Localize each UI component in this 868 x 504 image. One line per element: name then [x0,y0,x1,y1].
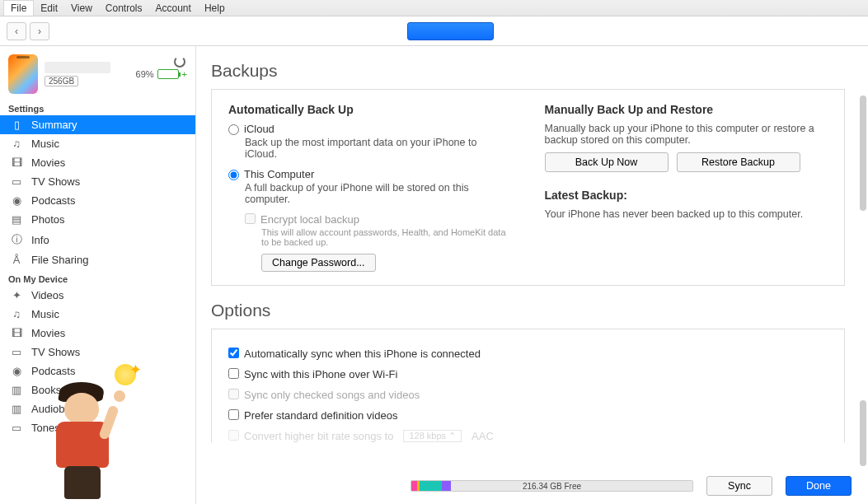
options-panel: Automatically sync when this iPhone is c… [211,329,845,442]
wifi-sync-checkbox[interactable] [228,368,239,379]
sidebar-item-label: TV Shows [31,175,80,188]
sd-video-label: Prefer standard definition videos [244,409,397,422]
sidebar-item-label: Movies [31,156,65,169]
sidebar-item-label: Music [31,308,59,320]
menu-edit[interactable]: Edit [34,1,64,16]
film-icon: 🎞 [10,327,23,339]
sidebar-item-music[interactable]: ♫Music [0,134,195,153]
music-icon: ♫ [10,138,23,150]
restore-backup-button[interactable]: Restore Backup [677,152,800,172]
device-header: 256GB 69% + [0,46,195,99]
photo-icon: ▤ [10,213,23,226]
book-icon: ▥ [10,384,23,396]
icloud-label: iCloud [244,123,274,135]
sidebar-item-info[interactable]: ⓘInfo [0,229,195,250]
audiobook-icon: ▥ [10,403,23,415]
menu-account[interactable]: Account [149,1,198,16]
backups-heading: Backups [211,61,845,81]
icloud-description: Back up the most important data on your … [245,137,512,160]
info-icon: ⓘ [10,232,23,247]
sidebar-item-filesharing[interactable]: ÅFile Sharing [0,250,195,269]
this-computer-label: This Computer [244,168,314,180]
options-heading: Options [211,301,845,320]
nav-forward-button[interactable]: › [30,22,49,40]
settings-section-header: Settings [0,99,195,115]
film-icon: 🎞 [10,156,23,169]
sidebar-item-photos[interactable]: ▤Photos [0,210,195,229]
auto-backup-heading: Automatically Back Up [228,103,512,116]
this-computer-description: A full backup of your iPhone will be sto… [245,182,512,205]
convert-bitrate-checkbox[interactable] [228,430,239,441]
sidebar-item-summary[interactable]: ▯Summary [0,115,195,134]
checked-only-checkbox[interactable] [228,389,239,399]
phone-icon: ▯ [10,119,23,131]
on-device-section-header: On My Device [0,269,195,286]
sd-video-checkbox[interactable] [228,409,239,420]
scrollbar-thumb[interactable] [860,400,866,466]
latest-backup-heading: Latest Backup: [545,189,828,202]
done-button[interactable]: Done [786,476,852,496]
battery-percent: 69% [136,69,154,79]
sidebar-item-label: Summary [31,119,77,131]
toolbar-primary-button[interactable] [407,22,494,40]
music-icon: ♫ [10,308,23,320]
content-pane: Backups Automatically Back Up iCloud Bac… [196,46,868,504]
sidebar-item-label: TV Shows [31,346,80,358]
this-computer-radio[interactable] [228,170,239,180]
sidebar-item-podcasts[interactable]: ◉Podcasts [0,191,195,210]
video-icon: ✦ [10,289,23,301]
storage-bar: 216.34 GB Free [411,480,693,492]
sidebar-item-tvshows-dev[interactable]: ▭TV Shows [0,343,195,362]
bell-icon: ▭ [10,422,23,434]
sidebar-item-label: Music [31,138,59,150]
sidebar-item-videos[interactable]: ✦Videos [0,286,195,305]
convert-bitrate-label: Convert higher bit rate songs to [244,430,393,442]
manual-backup-description: Manually back up your iPhone to this com… [545,123,828,146]
charging-icon: + [182,69,187,79]
battery-icon [157,69,179,79]
device-capacity: 256GB [45,76,78,86]
sync-button[interactable]: Sync [706,476,772,496]
sidebar-item-movies[interactable]: 🎞Movies [0,153,195,172]
sidebar-item-label: Videos [31,289,64,301]
podcast-icon: ◉ [10,365,23,377]
codec-label: AAC [472,430,494,442]
auto-sync-label: Automatically sync when this iPhone is c… [244,348,481,360]
sidebar-item-label: Movies [31,327,65,339]
tv-icon: ▭ [10,346,23,358]
bitrate-dropdown[interactable]: 128 kbps ⌃ [403,430,462,442]
toolbar: ‹ › [0,16,868,46]
scrollbar-thumb[interactable] [860,96,866,211]
share-icon: Å [10,254,23,266]
backups-panel: Automatically Back Up iCloud Back up the… [211,89,845,286]
auto-sync-checkbox[interactable] [228,348,239,358]
menu-bar: File Edit View Controls Account Help [0,0,868,16]
menu-controls[interactable]: Controls [99,1,149,16]
menu-view[interactable]: View [64,1,99,16]
storage-free-label: 216.34 GB Free [411,482,692,491]
podcast-icon: ◉ [10,194,23,207]
encrypt-checkbox[interactable] [245,213,256,224]
tv-icon: ▭ [10,175,23,188]
sidebar: 256GB 69% + Settings ▯Summary ♫Music 🎞Mo… [0,46,196,504]
checked-only-label: Sync only checked songs and videos [244,389,420,401]
manual-backup-heading: Manually Back Up and Restore [545,103,828,116]
device-thumbnail-icon [8,54,38,94]
change-password-button[interactable]: Change Password... [261,254,376,272]
footer-bar: 216.34 GB Free Sync Done [411,476,852,496]
encrypt-label: Encrypt local backup [260,213,359,226]
mascot-illustration: ✦ [25,364,140,504]
backup-now-button[interactable]: Back Up Now [545,152,669,172]
sidebar-item-label: Podcasts [31,194,75,207]
menu-help[interactable]: Help [198,1,232,16]
sidebar-item-label: Info [31,234,49,246]
sidebar-item-movies-dev[interactable]: 🎞Movies [0,324,195,343]
sidebar-item-tvshows[interactable]: ▭TV Shows [0,172,195,191]
icloud-radio[interactable] [228,124,239,135]
menu-file[interactable]: File [3,0,34,16]
latest-backup-text: Your iPhone has never been backed up to … [545,208,828,220]
nav-back-button[interactable]: ‹ [7,22,26,40]
refresh-icon[interactable] [174,56,185,68]
sidebar-item-music-dev[interactable]: ♫Music [0,305,195,324]
wifi-sync-label: Sync with this iPhone over Wi-Fi [244,368,397,380]
